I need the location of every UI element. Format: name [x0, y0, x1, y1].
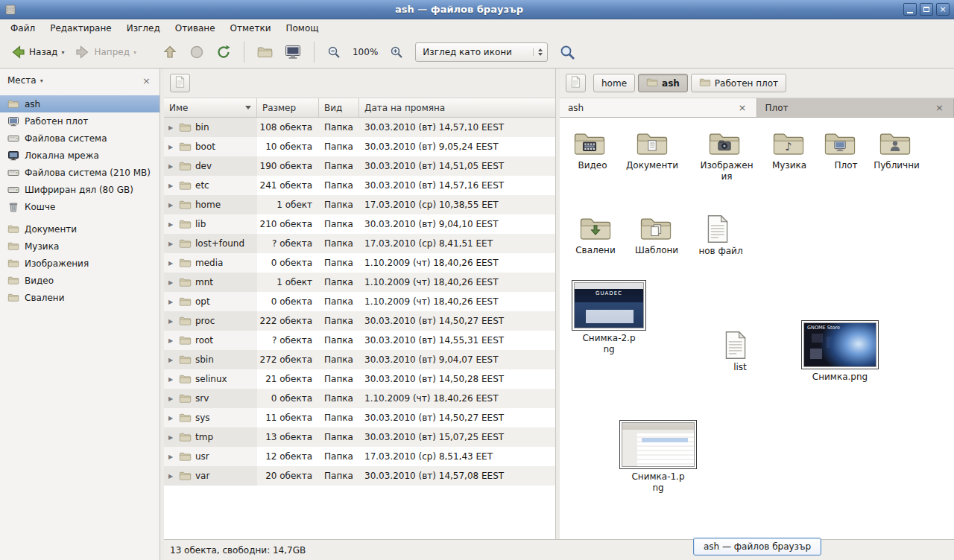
folder-icon-item[interactable]: Документи — [622, 130, 682, 171]
expander-icon[interactable]: ▶ — [168, 376, 175, 383]
expander-icon[interactable]: ▶ — [168, 202, 175, 209]
root-path-button[interactable] — [170, 74, 190, 92]
image-icon-item[interactable]: GUADECСнимка-2.png — [572, 280, 646, 355]
menu-item[interactable]: Файл — [3, 21, 42, 36]
expander-icon[interactable]: ▶ — [168, 473, 175, 480]
computer-button[interactable] — [279, 40, 307, 64]
folder-icon-item[interactable]: Публични — [868, 130, 922, 171]
menu-item[interactable]: Редактиране — [42, 21, 119, 36]
expander-icon[interactable]: ▶ — [168, 434, 175, 441]
folder-icon-item[interactable]: ♪Музика — [761, 130, 816, 171]
expander-icon[interactable]: ▶ — [168, 415, 175, 421]
table-row[interactable]: ▶tmp13 обектаПапка30.03.2010 (вт) 15,07,… — [164, 427, 555, 447]
table-row[interactable]: ▶dev190 обектаПапка30.03.2010 (вт) 14,51… — [164, 156, 555, 176]
taskbar-window-button[interactable]: ash — файлов браузър — [693, 538, 821, 556]
expander-icon[interactable]: ▶ — [168, 454, 175, 460]
expander-icon[interactable]: ▶ — [168, 241, 175, 247]
expander-icon[interactable]: ▶ — [168, 144, 175, 150]
sidebar-item[interactable]: Шифриран дял (80 GB) — [0, 181, 159, 198]
table-row[interactable]: ▶usr12 обектаПапка17.03.2010 (ср) 8,51,4… — [164, 447, 555, 466]
folder-icon-item[interactable]: Изображения — [698, 130, 751, 182]
table-row[interactable]: ▶root? обектаПапка30.03.2010 (вт) 14,55,… — [164, 331, 555, 350]
stop-button[interactable] — [183, 40, 210, 64]
search-button[interactable] — [554, 40, 581, 65]
sidebar-item[interactable]: Кошче — [0, 198, 159, 215]
table-row[interactable]: ▶opt0 обектаПапка1.10.2009 (чт) 18,40,26… — [164, 292, 555, 311]
zoom-in-button[interactable] — [384, 41, 409, 63]
sidebar-item[interactable]: Работен плот — [0, 112, 159, 130]
sidebar-item[interactable]: Файлова система (210 MB) — [0, 164, 159, 181]
sidebar-item[interactable]: ash — [0, 95, 159, 112]
expander-icon[interactable]: ▶ — [168, 318, 175, 325]
tab[interactable]: ash× — [560, 98, 757, 117]
places-close-button[interactable]: × — [139, 75, 154, 86]
path-button[interactable]: home — [593, 74, 635, 92]
sidebar-item[interactable]: Документи — [0, 220, 159, 238]
expander-icon[interactable]: ▶ — [168, 337, 175, 344]
sidebar-item[interactable]: Видео — [0, 272, 159, 289]
home-button[interactable] — [251, 42, 279, 63]
back-button[interactable]: Назад ▾ — [4, 40, 69, 64]
table-row[interactable]: ▶boot10 обектаПапка30.03.2010 (вт) 9,05,… — [164, 137, 555, 156]
sidebar-item[interactable]: Музика — [0, 238, 159, 255]
path-button[interactable]: ash — [638, 74, 688, 92]
expander-icon[interactable]: ▶ — [168, 182, 175, 189]
table-row[interactable]: ▶home1 обектПапка17.03.2010 (ср) 10,38,5… — [164, 195, 555, 214]
titlebar[interactable]: ash — файлов браузър × — [0, 0, 954, 19]
file-icon-item[interactable]: нов файл — [692, 214, 743, 257]
table-row[interactable]: ▶lib210 обектаПапка30.03.2010 (вт) 9,04,… — [164, 214, 555, 234]
column-header-date[interactable]: Дата на промяна — [359, 98, 555, 117]
folder-icon-item[interactable]: Плот — [818, 130, 862, 171]
expander-icon[interactable]: ▶ — [168, 395, 175, 402]
menu-item[interactable]: Отметки — [223, 21, 279, 36]
table-row[interactable]: ▶var20 обектаПапка30.03.2010 (вт) 14,57,… — [164, 466, 555, 486]
expander-icon[interactable]: ▶ — [168, 299, 175, 305]
image-icon-item[interactable]: GNOME StoreСнимка.png — [801, 320, 879, 383]
table-row[interactable]: ▶etc241 обектаПапка30.03.2010 (вт) 14,57… — [164, 176, 555, 195]
sidebar-item[interactable]: Локална мрежа — [0, 147, 159, 164]
expander-icon[interactable]: ▶ — [168, 279, 175, 286]
folder-icon-item[interactable]: Шаблони — [628, 214, 683, 256]
expander-icon[interactable]: ▶ — [168, 260, 175, 267]
table-row[interactable]: ▶selinux21 обектаПапка30.03.2010 (вт) 14… — [164, 369, 555, 389]
path-button[interactable]: Работен плот — [691, 74, 786, 92]
file-icon-item[interactable]: list — [712, 331, 759, 373]
table-row[interactable]: ▶sbin272 обектаПапка30.03.2010 (вт) 9,04… — [164, 350, 555, 369]
sidebar-item[interactable]: Файлова система — [0, 130, 159, 147]
table-row[interactable]: ▶lost+found? обектаПапка17.03.2010 (ср) … — [164, 234, 555, 253]
menu-item[interactable]: Отиване — [168, 21, 223, 36]
back-history-dropdown-icon[interactable]: ▾ — [61, 49, 64, 56]
tab-close-button[interactable]: × — [934, 102, 945, 113]
up-button[interactable] — [157, 40, 183, 64]
icon-view[interactable]: ВидеоДокументиИзображения♪МузикаПлотПубл… — [560, 118, 954, 539]
pathbar-scroll-button[interactable] — [566, 74, 586, 92]
places-dropdown-icon[interactable]: ▾ — [40, 77, 43, 84]
expander-icon[interactable]: ▶ — [168, 124, 175, 131]
menu-item[interactable]: Помощ — [279, 21, 326, 36]
minimize-button[interactable] — [903, 3, 917, 16]
close-button[interactable]: × — [936, 3, 950, 16]
menu-item[interactable]: Изглед — [119, 21, 168, 36]
sidebar-item[interactable]: Изображения — [0, 255, 159, 272]
places-title[interactable]: Места — [7, 75, 37, 86]
tab[interactable]: Плот× — [757, 98, 954, 117]
table-row[interactable]: ▶mnt1 обектПапка1.10.2009 (чт) 18,40,26 … — [164, 273, 555, 292]
column-header-size[interactable]: Размер — [257, 98, 319, 117]
view-mode-select[interactable]: Изглед като икони — [415, 42, 548, 62]
zoom-out-button[interactable] — [321, 41, 347, 63]
image-icon-item[interactable]: Снимка-1.png — [619, 420, 697, 494]
maximize-button[interactable] — [920, 3, 933, 16]
folder-icon-item[interactable]: Видео — [564, 130, 615, 171]
reload-button[interactable] — [210, 40, 237, 64]
table-row[interactable]: ▶srv0 обектаПапка1.10.2009 (чт) 18,40,26… — [164, 389, 555, 408]
window-icon[interactable] — [4, 3, 18, 16]
column-header-kind[interactable]: Вид — [319, 98, 359, 117]
tab-close-button[interactable]: × — [737, 102, 748, 113]
table-row[interactable]: ▶media0 обектаПапка1.10.2009 (чт) 18,40,… — [164, 253, 555, 273]
expander-icon[interactable]: ▶ — [168, 221, 175, 228]
sidebar-item[interactable]: Свалени — [0, 289, 159, 306]
expander-icon[interactable]: ▶ — [168, 163, 175, 170]
table-row[interactable]: ▶bin108 обектаПапка30.03.2010 (вт) 14,57… — [164, 118, 555, 137]
forward-button[interactable]: Напред ▾ — [69, 40, 142, 64]
expander-icon[interactable]: ▶ — [168, 357, 175, 363]
